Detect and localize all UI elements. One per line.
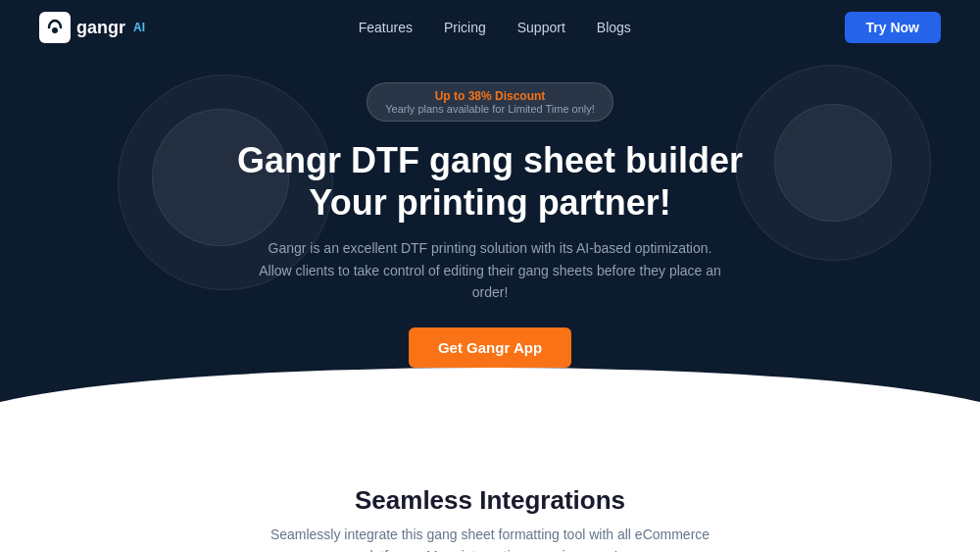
nav-support[interactable]: Support: [517, 20, 565, 35]
integrations-title: Seamless Integrations: [39, 485, 941, 516]
navbar: gangr AI Features Pricing Support Blogs …: [0, 0, 980, 55]
logo-text: gangr: [76, 18, 125, 38]
nav-links: Features Pricing Support Blogs: [359, 20, 631, 35]
logo: gangr AI: [39, 12, 145, 43]
discount-top-text: Up to 38% Discount: [385, 89, 595, 103]
nav-blogs[interactable]: Blogs: [597, 20, 631, 35]
integrations-description: Seamlessly integrate this gang sheet for…: [255, 524, 725, 552]
logo-icon: [39, 12, 71, 43]
nav-features[interactable]: Features: [359, 20, 413, 35]
try-now-button[interactable]: Try Now: [845, 12, 941, 43]
discount-badge: Up to 38% Discount Yearly plans availabl…: [367, 82, 613, 122]
integrations-section: Seamless Integrations Seamlessly integra…: [0, 456, 980, 552]
svg-point-0: [52, 27, 58, 33]
hero-description: Gangr is an excellent DTF printing solut…: [255, 237, 725, 303]
hero-section: Up to 38% Discount Yearly plans availabl…: [0, 55, 980, 427]
decorative-circle-4: [774, 104, 892, 222]
logo-ai-badge: AI: [133, 21, 145, 34]
get-app-button[interactable]: Get Gangr App: [409, 327, 571, 368]
hero-title: Gangr DTF gang sheet builder Your printi…: [237, 139, 743, 224]
nav-pricing[interactable]: Pricing: [444, 20, 486, 35]
discount-sub-text: Yearly plans available for Limited Time …: [385, 103, 595, 115]
